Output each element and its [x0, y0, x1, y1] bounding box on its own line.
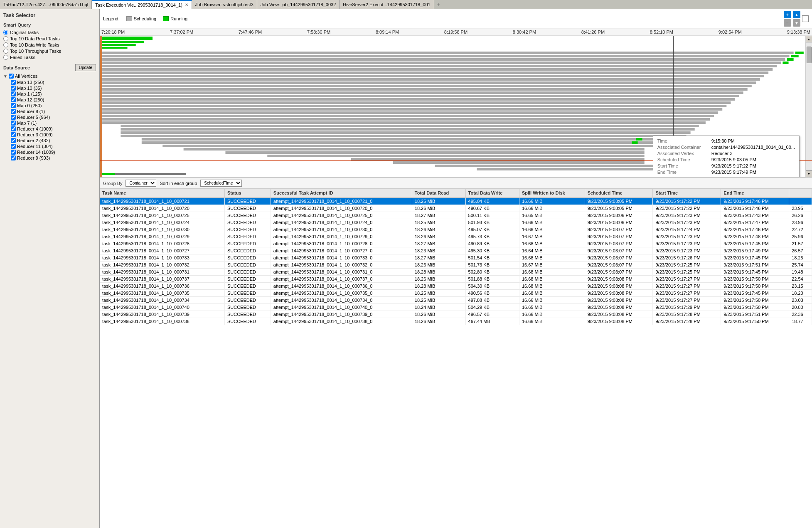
table-row[interactable]: task_1442995301718_0014_1_10_000740 SUCC… — [100, 304, 812, 311]
nav-down-button[interactable]: ▼ — [793, 19, 800, 27]
svg-rect-7 — [102, 62, 781, 64]
radio-top10-read[interactable]: Top 10 Data Read Tasks — [3, 36, 96, 41]
zoom-out-button[interactable]: − — [784, 19, 791, 27]
col-spill[interactable]: Spill Written to Disk — [519, 189, 585, 197]
table-row[interactable]: task_1442995301718_0014_1_10_000730 SUCC… — [100, 226, 812, 233]
table-row[interactable]: task_1442995301718_0014_1_10_000733 SUCC… — [100, 254, 812, 262]
svg-rect-2 — [102, 44, 136, 46]
gantt-chart[interactable]: ▲ ▼ Time 9:15:30 PM Associated Container… — [100, 36, 812, 177]
group-by-select[interactable]: Container — [125, 180, 156, 187]
vertex-checkbox-7[interactable] — [11, 121, 16, 126]
col-status[interactable]: Status — [224, 189, 271, 197]
vertex-item-7[interactable]: Map 7 (1) — [11, 121, 96, 126]
zoom-in-button[interactable]: + — [784, 11, 791, 18]
table-container[interactable]: Task Name Status Successful Task Attempt… — [100, 189, 812, 528]
tree-toggle-icon[interactable]: ▼ — [3, 74, 7, 79]
vertex-item-8[interactable]: Reducer 4 (1009) — [11, 126, 96, 131]
table-row[interactable]: task_1442995301718_0014_1_10_000737 SUCC… — [100, 276, 812, 283]
radio-top10-write-input[interactable] — [3, 42, 8, 47]
col-scheduled-time[interactable]: Scheduled Time — [585, 189, 653, 197]
table-row[interactable]: task_1442995301718_0014_1_10_000720 SUCC… — [100, 205, 812, 212]
table-row[interactable]: task_1442995301718_0014_1_10_000729 SUCC… — [100, 233, 812, 240]
tab-job-browser[interactable]: Job Browser: vstoolbjchtest3 — [192, 0, 257, 9]
vertex-item-13[interactable]: Reducer 9 (903) — [11, 155, 96, 160]
table-row[interactable]: task_1442995301718_0014_1_10_000721 SUCC… — [100, 197, 812, 205]
radio-top10-read-input[interactable] — [3, 36, 8, 41]
sort-select[interactable]: ScheduledTime — [200, 180, 242, 187]
vertex-checkbox-4[interactable] — [11, 103, 16, 108]
cell-write: 504.30 KB — [465, 283, 519, 290]
add-tab-button[interactable]: + — [434, 0, 443, 9]
data-source-label: Data Source — [3, 65, 30, 70]
all-vertices-item[interactable]: ▼ All Vertices — [3, 74, 96, 79]
radio-top10-throughput-input[interactable] — [3, 49, 8, 54]
table-row[interactable]: task_1442995301718_0014_1_10_000739 SUCC… — [100, 311, 812, 318]
scroll-thumb[interactable] — [807, 47, 812, 63]
vertex-item-0[interactable]: Map 13 (250) — [11, 80, 96, 85]
vertex-item-3[interactable]: Map 12 (250) — [11, 97, 96, 102]
table-row[interactable]: task_1442995301718_0014_1_10_000727 SUCC… — [100, 247, 812, 254]
vertex-checkbox-6[interactable] — [11, 115, 16, 120]
tab-hql[interactable]: TaHbd712-T2ce-427...-09d00e76da1d.hql — [0, 0, 92, 9]
vertex-item-12[interactable]: Reducer 14 (1009) — [11, 150, 96, 155]
checkbox-control[interactable] — [802, 15, 809, 22]
vertex-checkbox-2[interactable] — [11, 91, 16, 96]
col-task-name[interactable]: Task Name — [100, 189, 224, 197]
col-end-time[interactable]: End Time — [721, 189, 789, 197]
cell-spill: 16.67 MiB — [519, 233, 585, 240]
scroll-up-btn[interactable]: ▲ — [806, 36, 812, 42]
cell-attempt: attempt_1442995301718_0014_1_10_000731_0 — [271, 269, 412, 276]
vertex-item-2[interactable]: Map 1 (125) — [11, 91, 96, 96]
radio-top10-throughput[interactable]: Top 10 Throughput Tasks — [3, 49, 96, 54]
legend-scheduling: Scheduling — [126, 16, 156, 21]
update-button[interactable]: Update — [75, 64, 96, 71]
radio-original[interactable]: Original Tasks — [3, 30, 96, 35]
all-vertices-checkbox[interactable] — [9, 74, 14, 79]
tab-execution-close[interactable]: ✕ — [185, 2, 188, 7]
table-row[interactable]: task_1442995301718_0014_1_10_000728 SUCC… — [100, 240, 812, 247]
vertex-checkbox-3[interactable] — [11, 97, 16, 102]
vertex-checkbox-12[interactable] — [11, 150, 16, 155]
table-row[interactable]: task_1442995301718_0014_1_10_000724 SUCC… — [100, 219, 812, 226]
vertex-checkbox-8[interactable] — [11, 126, 16, 131]
col-duration[interactable] — [789, 189, 812, 197]
table-row[interactable]: task_1442995301718_0014_1_10_000731 SUCC… — [100, 269, 812, 276]
radio-failed-input[interactable] — [3, 55, 8, 60]
col-attempt-id[interactable]: Successful Task Attempt ID — [271, 189, 412, 197]
running-color-swatch — [163, 16, 169, 21]
vertex-item-9[interactable]: Reducer 3 (1009) — [11, 132, 96, 137]
table-row[interactable]: task_1442995301718_0014_1_10_000736 SUCC… — [100, 283, 812, 290]
col-start-time[interactable]: Start Time — [653, 189, 721, 197]
vertex-checkbox-5[interactable] — [11, 109, 16, 114]
nav-up-button[interactable]: ▲ — [793, 11, 800, 18]
table-row[interactable]: task_1442995301718_0014_1_10_000732 SUCC… — [100, 262, 812, 269]
radio-top10-write[interactable]: Top 10 Data Write Tasks — [3, 42, 96, 47]
vertex-item-10[interactable]: Reducer 2 (432) — [11, 138, 96, 143]
table-row[interactable]: task_1442995301718_0014_1_10_000735 SUCC… — [100, 290, 812, 297]
vertex-checkbox-11[interactable] — [11, 144, 16, 149]
vertex-checkbox-9[interactable] — [11, 132, 16, 137]
vertex-checkbox-1[interactable] — [11, 86, 16, 91]
vertex-item-6[interactable]: Reducer 5 (964) — [11, 115, 96, 120]
tab-execution[interactable]: Task Execution Vie...2995301718_0014_1) … — [92, 0, 192, 9]
vertex-item-1[interactable]: Map 10 (35) — [11, 86, 96, 91]
vertex-checkbox-10[interactable] — [11, 138, 16, 143]
radio-failed[interactable]: Failed Tasks — [3, 55, 96, 60]
tab-hive-server[interactable]: HiveServer2 Execut...1442995301718_001 — [340, 0, 434, 9]
vertex-item-4[interactable]: Map 0 (250) — [11, 103, 96, 108]
col-total-read[interactable]: Total Data Read — [412, 189, 465, 197]
vertex-checkbox-0[interactable] — [11, 80, 16, 85]
table-row[interactable]: task_1442995301718_0014_1_10_000725 SUCC… — [100, 212, 812, 219]
cell-read: 18.25 MiB — [412, 219, 465, 226]
chart-tooltip: Time 9:15:30 PM Associated Container con… — [653, 136, 800, 177]
vertex-checkbox-13[interactable] — [11, 155, 16, 160]
svg-rect-43 — [782, 62, 788, 64]
vertex-item-11[interactable]: Reducer 11 (304) — [11, 144, 96, 149]
vertex-item-5[interactable]: Reducer 8 (1) — [11, 109, 96, 114]
table-row[interactable]: task_1442995301718_0014_1_10_000738 SUCC… — [100, 318, 812, 325]
col-total-write[interactable]: Total Data Write — [465, 189, 519, 197]
table-row[interactable]: task_1442995301718_0014_1_10_000734 SUCC… — [100, 297, 812, 304]
tab-job-view[interactable]: Job View: job_1442995301718_0032 — [257, 0, 340, 9]
scroll-down-btn[interactable]: ▼ — [806, 170, 812, 177]
radio-original-input[interactable] — [3, 30, 8, 35]
